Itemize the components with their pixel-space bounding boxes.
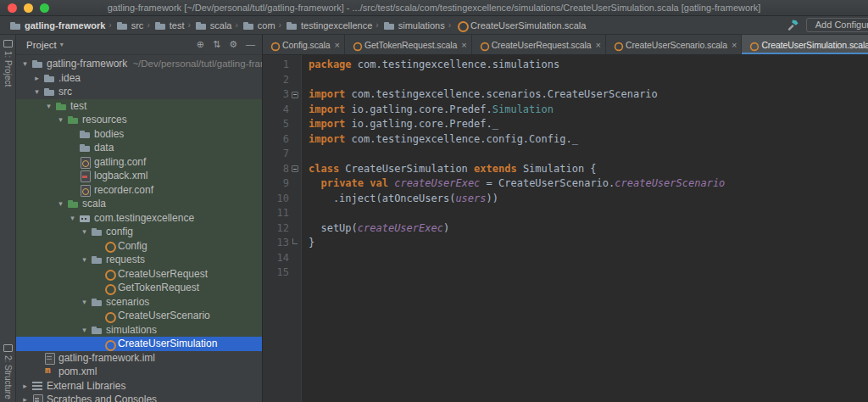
fold-collapse-icon[interactable] (292, 165, 298, 172)
code-line[interactable] (309, 251, 868, 266)
breadcrumb-item[interactable]: simulations (382, 19, 445, 32)
tree-toggle-icon[interactable]: ▸ (19, 382, 31, 390)
editor-gutter[interactable]: 123456789101112131415 (263, 55, 302, 402)
code-line[interactable]: class CreateUserSimulation extends Simul… (309, 162, 868, 177)
tree-item[interactable]: GetTokenRequest (16, 281, 262, 295)
tree-item[interactable]: CreateUserSimulation (16, 337, 262, 351)
tree-item[interactable]: ▸Scratches and Consoles (16, 393, 262, 402)
gutter-line[interactable]: 5 (263, 117, 301, 132)
tree-item[interactable]: ▾test (16, 99, 262, 114)
close-tab-icon[interactable]: × (335, 40, 340, 50)
build-project-icon[interactable] (787, 19, 799, 31)
code-line[interactable] (309, 147, 868, 162)
tree-item[interactable]: Config (16, 239, 262, 254)
gutter-line[interactable]: 8 (263, 162, 301, 177)
gutter-line[interactable]: 13 (263, 236, 301, 251)
tree-item[interactable]: bodies (16, 127, 262, 142)
tree-toggle-icon[interactable]: ▾ (19, 59, 31, 68)
editor-tab[interactable]: CreateUserScenario.scala× (606, 35, 742, 54)
tree-item[interactable]: ▸External Libraries (16, 379, 262, 394)
tree-toggle-icon[interactable]: ▾ (31, 87, 42, 96)
code-editor[interactable]: 123456789101112131415 package com.testin… (263, 55, 868, 402)
gutter-line[interactable]: 7 (263, 147, 301, 162)
tree-toggle-icon[interactable]: ▾ (79, 227, 90, 236)
breadcrumb-item[interactable]: com (242, 19, 275, 32)
tree-item[interactable]: recorder.conf (16, 183, 262, 198)
tree-toggle-icon[interactable]: ▸ (31, 74, 42, 82)
tree-item[interactable]: ▾scenarios (16, 295, 262, 310)
tree-item[interactable]: ▾scala (16, 197, 262, 211)
gutter-line[interactable]: 9 (263, 176, 301, 192)
close-tab-icon[interactable]: × (596, 40, 601, 50)
tree-item[interactable]: pom.xml (16, 365, 262, 379)
tree-toggle-icon[interactable]: ▾ (55, 115, 66, 124)
tree-toggle-icon[interactable]: ▾ (55, 199, 66, 208)
breadcrumb-item[interactable]: CreateUserSimulation.scala (454, 19, 586, 32)
tree-item[interactable]: data (16, 141, 262, 155)
code-line[interactable]: import com.testingexcellence.config.Conf… (309, 132, 868, 148)
breadcrumb-item[interactable]: gatling-framework (8, 19, 105, 32)
gutter-line[interactable]: 4 (263, 103, 301, 118)
gutter-line[interactable]: 12 (263, 221, 301, 237)
code-line[interactable]: import com.testingexcellence.scenarios.C… (309, 87, 868, 103)
structure-tool-icon[interactable] (3, 344, 13, 352)
gutter-line[interactable]: 11 (263, 206, 301, 221)
code-area[interactable]: package com.testingexcellence.simulation… (302, 55, 868, 402)
editor-tab[interactable]: GetTokenRequest.scala× (345, 35, 472, 54)
fold-collapse-icon[interactable] (292, 92, 298, 98)
tool-button-structure[interactable]: 2: Structure (3, 355, 13, 399)
editor-tab[interactable]: CreateUserRequest.scala× (472, 35, 606, 54)
tree-item[interactable]: ▾gatling-framework~/Dev/personal/tutl/ga… (16, 57, 262, 71)
tree-item[interactable]: ▾src (16, 85, 262, 99)
code-line[interactable]: setUp(createUserExec) (309, 221, 868, 237)
tree-item[interactable]: ▾resources (16, 113, 262, 127)
code-line[interactable]: .inject(atOnceUsers(users)) (309, 192, 868, 207)
tree-toggle-icon[interactable]: ▾ (79, 255, 90, 264)
tree-toggle-icon[interactable]: ▾ (67, 214, 78, 222)
editor-tab[interactable]: Config.scala× (263, 35, 345, 54)
tree-item[interactable]: ▾requests (16, 253, 262, 267)
locate-file-icon[interactable]: ⊕ (197, 39, 204, 50)
tree-toggle-icon[interactable]: ▾ (79, 298, 90, 306)
collapse-all-icon[interactable]: ⇅ (213, 39, 220, 50)
add-configuration-button[interactable]: Add Configuration... (806, 18, 868, 32)
gutter-line[interactable]: 14 (263, 251, 301, 266)
code-line[interactable]: package com.testingexcellence.simulation… (309, 58, 868, 73)
tree-toggle-icon[interactable]: ▾ (79, 326, 90, 334)
editor-tab[interactable]: CreateUserSimulation.scala× (742, 35, 868, 54)
breadcrumb-item[interactable]: testingexcellence (285, 19, 372, 32)
gutter-line[interactable]: 10 (263, 192, 301, 207)
gutter-line[interactable]: 6 (263, 132, 301, 148)
project-tool-icon[interactable] (3, 40, 13, 47)
tree-item[interactable]: CreateUserScenario (16, 309, 262, 323)
breadcrumb-item[interactable]: src (115, 19, 144, 32)
hide-panel-icon[interactable]: — (246, 39, 255, 50)
tool-button-project[interactable]: 1: Project (3, 51, 13, 87)
code-line[interactable] (309, 265, 868, 281)
project-view-dropdown[interactable]: Project ▾ (26, 40, 64, 50)
zoom-window-button[interactable] (40, 3, 49, 13)
close-tab-icon[interactable]: × (461, 40, 466, 50)
tree-item[interactable]: gatling.conf (16, 155, 262, 170)
tree-item[interactable]: CreateUserRequest (16, 267, 262, 282)
gutter-line[interactable]: 15 (263, 265, 301, 281)
code-line[interactable] (309, 73, 868, 88)
tree-toggle-icon[interactable]: ▾ (43, 102, 54, 110)
tree-item[interactable]: ▾config (16, 225, 262, 239)
breadcrumb-item[interactable]: scala (194, 19, 232, 32)
tree-item[interactable]: logback.xml (16, 169, 262, 183)
gutter-line[interactable]: 2 (263, 73, 301, 88)
code-line[interactable]: import io.gatling.core.Predef._ (309, 117, 868, 132)
settings-icon[interactable]: ⚙ (229, 39, 237, 50)
breadcrumb-item[interactable]: test (153, 19, 185, 32)
code-line[interactable]: } (309, 236, 868, 251)
tree-item[interactable]: ▾simulations (16, 323, 262, 338)
tree-item[interactable]: ▾com.testingexcellence (16, 211, 262, 226)
tree-toggle-icon[interactable]: ▸ (19, 395, 31, 402)
tree-item[interactable]: gatling-framework.iml (16, 351, 262, 366)
code-line[interactable] (309, 206, 868, 221)
close-tab-icon[interactable]: × (732, 40, 737, 50)
minimize-window-button[interactable] (24, 3, 33, 13)
close-window-button[interactable] (8, 3, 17, 13)
tree-item[interactable]: ▸.idea (16, 71, 262, 86)
